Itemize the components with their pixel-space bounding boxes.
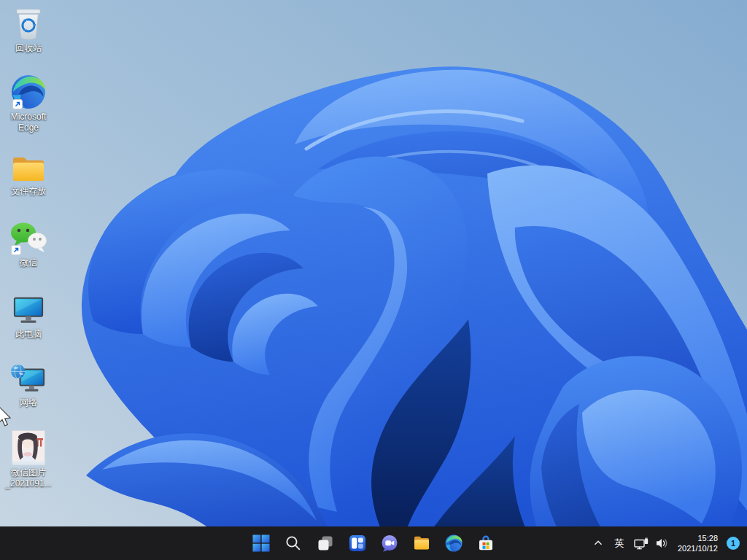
icon-label: 文件存放 bbox=[11, 186, 46, 197]
tray-chevron-button[interactable] bbox=[588, 529, 608, 558]
microsoft-store-button[interactable] bbox=[471, 529, 500, 558]
clock-time: 15:28 bbox=[697, 533, 718, 543]
chat-button[interactable] bbox=[375, 529, 404, 558]
folder-icon bbox=[11, 147, 46, 184]
clock[interactable]: 15:28 2021/10/12 bbox=[673, 529, 723, 558]
shortcut-arrow-icon bbox=[12, 99, 23, 109]
windows-11-bloom-wallpaper bbox=[0, 0, 747, 560]
desktop-icon-recycle-bin[interactable]: 回收站 bbox=[1, 4, 56, 54]
edge-browser-icon bbox=[445, 534, 462, 552]
task-view-button[interactable] bbox=[311, 529, 340, 558]
file-explorer-icon bbox=[413, 534, 430, 552]
input-language-indicator[interactable]: 英 bbox=[608, 529, 630, 558]
desktop-icon-network[interactable]: 网络 bbox=[1, 359, 56, 408]
icon-label: 微信 bbox=[20, 257, 37, 268]
this-pc-icon bbox=[12, 290, 45, 327]
widgets-button[interactable] bbox=[343, 529, 372, 558]
desktop: 回收站 Microsoft Edge bbox=[0, 0, 747, 560]
taskbar-center-group bbox=[247, 526, 500, 560]
shortcut-arrow-icon bbox=[11, 245, 21, 255]
windows-start-icon bbox=[252, 534, 270, 552]
icon-label: 此电脑 bbox=[15, 329, 42, 340]
edge-icon bbox=[11, 73, 46, 109]
clock-date: 2021/10/12 bbox=[678, 543, 718, 553]
edge-button[interactable] bbox=[439, 529, 468, 558]
chevron-up-icon bbox=[592, 537, 604, 549]
desktop-icon-column: 回收站 Microsoft Edge bbox=[0, 0, 57, 526]
icon-label: Microsoft Edge bbox=[11, 112, 47, 133]
desktop-icon-microsoft-edge[interactable]: Microsoft Edge bbox=[1, 73, 56, 133]
taskbar: 英 15:28 2021/10/12 bbox=[0, 526, 747, 560]
icon-label: 网络 bbox=[20, 397, 37, 408]
desktop-icon-this-pc[interactable]: 此电脑 bbox=[1, 290, 56, 340]
microsoft-store-icon bbox=[477, 534, 495, 552]
image-thumbnail bbox=[12, 429, 45, 465]
desktop-icon-wechat-image-file[interactable]: 微信图片 _2021091... bbox=[1, 429, 56, 489]
ethernet-network-icon bbox=[634, 537, 649, 550]
widgets-icon bbox=[349, 534, 366, 552]
desktop-icon-wechat[interactable]: 微信 bbox=[1, 219, 56, 268]
search-icon bbox=[285, 534, 302, 552]
icon-label: 微信图片 _2021091... bbox=[5, 467, 51, 489]
icon-label: 回收站 bbox=[15, 43, 42, 54]
desktop-icon-file-storage-folder[interactable]: 文件存放 bbox=[1, 147, 56, 197]
recycle-bin-icon bbox=[13, 4, 44, 41]
file-explorer-button[interactable] bbox=[407, 529, 436, 558]
notification-count-badge[interactable]: 1 bbox=[727, 537, 740, 550]
system-tray: 英 15:28 2021/10/12 bbox=[588, 526, 747, 560]
start-button[interactable] bbox=[247, 529, 276, 558]
teams-chat-icon bbox=[381, 534, 398, 552]
search-button[interactable] bbox=[279, 529, 308, 558]
network-icon bbox=[10, 359, 47, 395]
task-view-icon bbox=[317, 534, 334, 552]
network-volume-button[interactable] bbox=[630, 529, 673, 558]
speaker-icon bbox=[656, 537, 669, 549]
wechat-icon bbox=[9, 219, 47, 255]
